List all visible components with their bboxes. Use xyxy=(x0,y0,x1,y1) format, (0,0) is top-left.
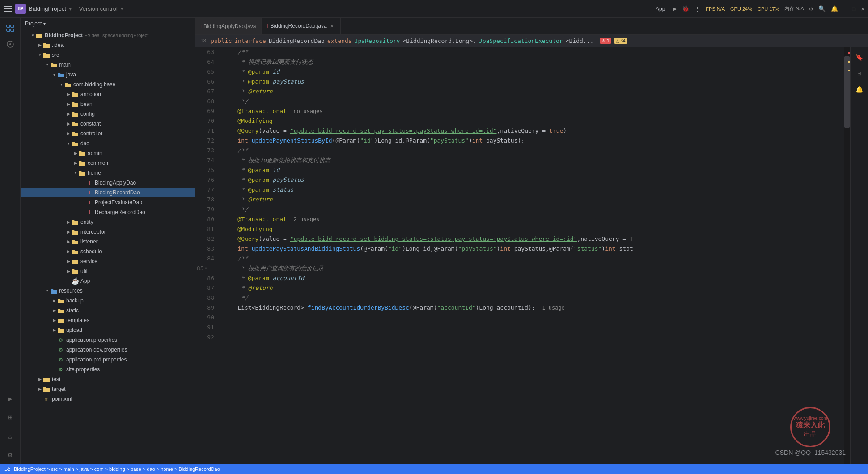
tree-item-listener[interactable]: ▶ listener xyxy=(21,237,195,247)
tree-item-pom[interactable]: m pom.xml xyxy=(21,394,195,404)
tree-item-interceptor[interactable]: ▶ interceptor xyxy=(21,227,195,237)
tree-item-util[interactable]: ▶ util xyxy=(21,266,195,276)
terminal-icon[interactable]: ⊞ xyxy=(4,411,17,424)
expand-arrow-main: ▾ xyxy=(44,63,50,67)
tree-item-dao[interactable]: ▾ dao xyxy=(21,138,195,148)
tab-label-apply: BiddingApplyDao.java xyxy=(203,23,256,29)
tree-item-idea[interactable]: ▶ .idea xyxy=(21,40,195,50)
tree-item-service[interactable]: ▶ service xyxy=(21,256,195,266)
code-line-79: */ xyxy=(224,205,844,214)
expand-arrow-static: ▶ xyxy=(51,308,57,313)
git-icon[interactable] xyxy=(4,38,17,51)
tree-item-prd-props[interactable]: ⚙ application-prd.properties xyxy=(21,355,195,365)
tree-item-admin[interactable]: ▶ admin xyxy=(21,148,195,158)
tree-label-templates: templates xyxy=(66,317,89,323)
minimize-icon[interactable]: — xyxy=(843,5,847,12)
tree-item-static[interactable]: ▶ static xyxy=(21,306,195,315)
watermark-text1: 猿来入此 xyxy=(796,421,825,430)
more-icon[interactable]: ⋮ xyxy=(694,5,700,12)
folder-icon-config xyxy=(72,110,79,117)
tree-label-backup: backup xyxy=(66,298,84,304)
tree-item-resources[interactable]: ▾ resources xyxy=(21,286,195,296)
tree-label-recharge-dao: RechargeRecordDao xyxy=(95,209,145,215)
folder-icon-templates xyxy=(57,317,64,324)
layout-icon[interactable]: ⊟ xyxy=(853,67,866,80)
run-tool-icon[interactable]: ▶ xyxy=(4,392,17,405)
project-tree-icon[interactable] xyxy=(4,21,17,35)
run-icon[interactable]: ▶ xyxy=(673,5,677,12)
line-numbers: 63 64 65 66 67 68 69 70 71 72 73 74 75 7… xyxy=(195,47,218,464)
tree-item-test[interactable]: ▶ test xyxy=(21,374,195,384)
tree-item-templates[interactable]: ▶ templates xyxy=(21,315,195,325)
debug-icon[interactable]: 🐞 xyxy=(682,5,689,12)
project-tree[interactable]: ▾ BiddingProject E:/idea_space/BiddingPr… xyxy=(21,29,195,464)
tree-item-com[interactable]: ▾ com.bidding.base xyxy=(21,80,195,89)
code-line-70: @Modifying xyxy=(224,116,844,126)
tree-label-idea: .idea xyxy=(52,42,64,48)
tree-item-entity[interactable]: ▶ entity xyxy=(21,217,195,227)
close-icon[interactable]: ✕ xyxy=(861,5,864,12)
hamburger-icon[interactable] xyxy=(4,4,13,13)
settings-tool-icon[interactable]: ⚙ xyxy=(4,448,17,461)
sidebar-header: Project ▾ xyxy=(21,18,195,29)
tab-apply-dao[interactable]: I BiddingApplyDao.java xyxy=(195,18,262,34)
folder-icon-idea xyxy=(43,42,50,49)
expand-arrow-test: ▶ xyxy=(37,377,43,382)
tree-item-recharge-dao[interactable]: I RechargeRecordDao xyxy=(21,207,195,217)
tree-item-target[interactable]: ▶ target xyxy=(21,384,195,394)
settings-icon[interactable]: ⚙ xyxy=(809,5,813,12)
error-tool-icon[interactable]: ⚠ xyxy=(4,429,17,443)
tree-item-backup[interactable]: ▶ backup xyxy=(21,296,195,306)
svg-rect-4 xyxy=(11,25,14,27)
tree-item-main[interactable]: ▾ main xyxy=(21,60,195,70)
folder-icon-controller xyxy=(72,130,79,137)
tree-item-schedule[interactable]: ▶ schedule xyxy=(21,247,195,256)
tree-item-apply-dao[interactable]: I BiddingApplyDao xyxy=(21,178,195,188)
bookmark-icon[interactable]: 🔖 xyxy=(853,51,866,63)
expand-arrow-schedule: ▶ xyxy=(65,249,72,254)
expand-arrow-resources: ▾ xyxy=(44,289,50,293)
tree-label-test: test xyxy=(52,376,60,382)
tree-label-constant: constant xyxy=(80,121,101,127)
notification-panel-icon[interactable]: 🔔 xyxy=(853,83,866,96)
notification-icon[interactable]: 🔔 xyxy=(831,5,838,12)
tree-item-constant[interactable]: ▶ constant xyxy=(21,119,195,129)
expand-arrow-listener: ▶ xyxy=(65,239,72,244)
tree-item-app[interactable]: ☕ App xyxy=(21,276,195,286)
tree-item-bean[interactable]: ▶ bean xyxy=(21,99,195,109)
tab-close-record[interactable]: ✕ xyxy=(329,23,335,29)
tree-item-site-props[interactable]: ⚙ site.properties xyxy=(21,365,195,374)
folder-icon-entity xyxy=(72,218,79,226)
tree-item-record-dao[interactable]: I BiddingRecordDao xyxy=(21,188,195,197)
expand-arrow-util: ▶ xyxy=(65,269,72,273)
app-run-button[interactable]: App xyxy=(653,5,668,13)
tab-record-dao[interactable]: I BiddingRecordDao.java ✕ xyxy=(262,18,340,34)
cpu-display: CPU 17% xyxy=(758,6,779,12)
tree-item-java[interactable]: ▾ java xyxy=(21,70,195,80)
tree-item-upload[interactable]: ▶ upload xyxy=(21,325,195,335)
tree-item-common[interactable]: ▶ common xyxy=(21,158,195,168)
version-control-label[interactable]: Version control xyxy=(79,5,118,12)
tree-item-config[interactable]: ▶ config xyxy=(21,109,195,119)
code-editor[interactable]: /** * 根据记录id更新支付状态 * @param id * @param … xyxy=(218,47,844,464)
tree-item-root[interactable]: ▾ BiddingProject E:/idea_space/BiddingPr… xyxy=(21,30,195,40)
breadcrumb: BiddingProject > src > main > java > com… xyxy=(14,466,220,472)
tree-item-src[interactable]: ▾ src xyxy=(21,50,195,60)
folder-icon-listener xyxy=(72,238,79,245)
scrollbar[interactable] xyxy=(844,47,850,464)
tree-label-com: com.bidding.base xyxy=(73,81,115,88)
tree-item-controller[interactable]: ▶ controller xyxy=(21,129,195,138)
tree-item-annotion[interactable]: ▶ annotion xyxy=(21,89,195,99)
tree-item-home[interactable]: ▾ home xyxy=(21,168,195,178)
tree-item-dev-props[interactable]: ⚙ application-dev.properties xyxy=(21,345,195,355)
project-name[interactable]: BiddingProject xyxy=(29,5,66,12)
folder-icon-util xyxy=(72,268,79,275)
code-line-65: * @param id xyxy=(224,67,844,77)
code-line-63: /** xyxy=(224,47,844,57)
code-line-88: * @return xyxy=(224,283,844,293)
tab-icon-record: I xyxy=(267,23,268,29)
tree-item-evaluate-dao[interactable]: I ProjectEvaluateDao xyxy=(21,197,195,207)
maximize-icon[interactable]: □ xyxy=(852,5,855,12)
search-icon[interactable]: 🔍 xyxy=(818,5,826,12)
tree-item-app-props[interactable]: ⚙ application.properties xyxy=(21,335,195,345)
